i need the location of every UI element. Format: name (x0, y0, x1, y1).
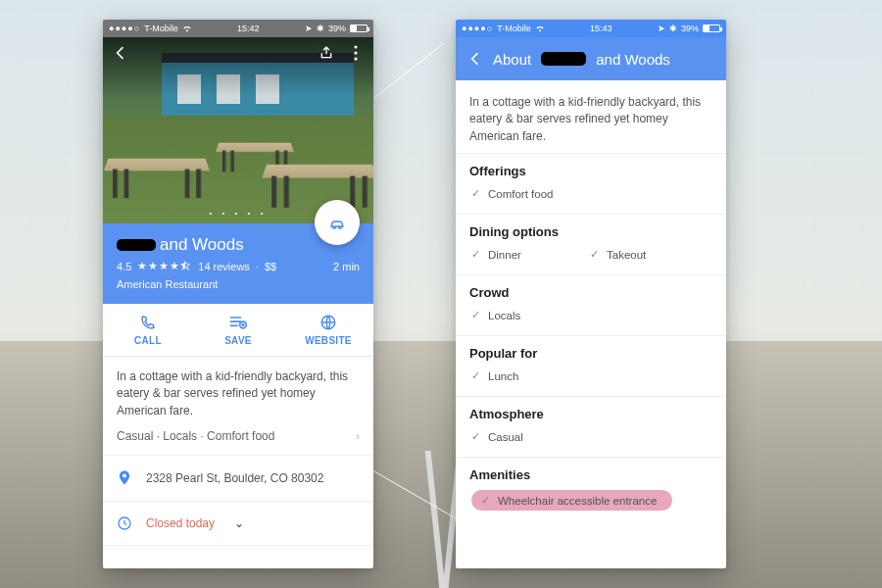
attr-group: Popular forLunch (456, 335, 726, 396)
chevron-right-icon: › (356, 429, 360, 443)
hours-status: Closed today (146, 516, 215, 530)
actions-row: CALL SAVE WEBSITE (103, 304, 373, 357)
compass-icon: ➤ (305, 24, 313, 33)
description-section[interactable]: In a cottage with a kid-friendly backyar… (103, 357, 373, 456)
battery-icon (703, 24, 720, 32)
compass-icon: ➤ (658, 24, 665, 33)
address-row[interactable]: 2328 Pearl St, Boulder, CO 80302 (103, 456, 373, 502)
reviews-count[interactable]: 14 reviews (198, 261, 250, 272)
svg-point-5 (122, 474, 126, 478)
save-button[interactable]: SAVE (193, 304, 283, 356)
back-icon[interactable] (467, 51, 483, 67)
carrier-label: T-Mobile (497, 24, 531, 33)
svg-point-2 (354, 57, 357, 60)
clock-label: 15:43 (590, 24, 612, 33)
globe-icon (319, 314, 337, 331)
attr-group: CrowdLocals (456, 274, 726, 335)
svg-point-0 (354, 45, 357, 48)
price-level: $$ (265, 261, 276, 272)
attr-group-title: Atmosphere (469, 407, 712, 421)
category-label: American Restaurant (117, 278, 360, 290)
pin-icon (117, 469, 132, 487)
bluetooth-icon: ✱ (317, 24, 324, 33)
attr-item: Comfort food (471, 187, 588, 200)
address-text: 2328 Pearl St, Boulder, CO 80302 (146, 471, 323, 485)
attr-item: Casual (471, 430, 588, 443)
signal-dots-icon: ●●●●○ (109, 24, 140, 33)
about-description: In a cottage with a kid-friendly backyar… (456, 80, 726, 153)
about-header: About and Woods (456, 37, 726, 80)
carrier-label: T-Mobile (144, 24, 178, 33)
attr-group-title: Offerings (469, 164, 712, 178)
back-icon[interactable] (113, 45, 128, 61)
connector-line (373, 42, 445, 98)
about-suffix: and Woods (596, 51, 670, 68)
phone-about-page: ●●●●○ T-Mobile 15:43 ➤ ✱ 39% About and W… (456, 20, 726, 568)
attr-group-title: Crowd (469, 285, 712, 300)
call-button[interactable]: CALL (103, 304, 193, 356)
svg-point-1 (354, 51, 357, 54)
hours-row[interactable]: Closed today ⌄ (103, 502, 373, 546)
about-prefix: About (493, 51, 531, 68)
attr-item: Lunch (471, 369, 588, 382)
status-bar: ●●●●○ T-Mobile 15:43 ➤ ✱ 39% (456, 20, 726, 37)
directions-fab[interactable] (315, 200, 360, 245)
call-label: CALL (134, 335, 162, 346)
save-label: SAVE (224, 335, 252, 346)
attr-group: Dining optionsDinnerTakeout (456, 214, 726, 274)
attr-group-title: Popular for (469, 346, 712, 361)
signal-dots-icon: ●●●●○ (462, 24, 493, 33)
redacted-name (117, 239, 156, 251)
chevron-down-icon: ⌄ (234, 516, 244, 530)
clock-label: 15:42 (237, 24, 260, 33)
battery-pct: 39% (328, 24, 346, 33)
wifi-icon (182, 24, 192, 32)
hero-photo[interactable]: • • • • • (103, 37, 373, 223)
place-summary-card: and Woods 4.5 ★★★★⯪ 14 reviews · $$ 2 mi… (103, 223, 373, 304)
bluetooth-icon: ✱ (669, 24, 677, 33)
attr-group-title: Dining options (469, 224, 712, 239)
status-bar: ●●●●○ T-Mobile 15:42 ➤ ✱ 39% (103, 20, 373, 37)
place-name-suffix: and Woods (160, 235, 244, 255)
attr-group: OfferingsComfort food (456, 153, 726, 214)
overflow-icon[interactable] (348, 45, 364, 61)
attr-group: AtmosphereCasual (456, 396, 726, 457)
redacted-name (541, 52, 586, 66)
rating-value: 4.5 (117, 261, 131, 272)
battery-icon (350, 24, 368, 32)
save-list-icon (228, 314, 248, 331)
phone-icon (139, 314, 157, 331)
eta-label: 2 min (333, 261, 360, 272)
phone-place-detail: ●●●●○ T-Mobile 15:42 ➤ ✱ 39% (103, 20, 373, 568)
place-tags: Casual · Locals · Comfort food (117, 429, 274, 443)
battery-pct: 39% (681, 24, 699, 33)
attr-item: Locals (471, 309, 588, 321)
website-button[interactable]: WEBSITE (283, 304, 373, 356)
share-icon[interactable] (318, 45, 334, 61)
attr-item: Wheelchair accessible entrance (471, 490, 672, 511)
attr-item: Dinner (471, 248, 588, 261)
about-body[interactable]: In a cottage with a kid-friendly backyar… (456, 80, 726, 524)
clock-icon (117, 515, 132, 531)
wifi-icon (535, 24, 545, 32)
rating-stars-icon: ★★★★⯪ (137, 260, 192, 272)
website-label: WEBSITE (305, 335, 352, 346)
attr-group: AmenitiesWheelchair accessible entrance (456, 457, 726, 524)
attr-item: Takeout (590, 248, 707, 261)
attr-group-title: Amenities (469, 467, 712, 482)
place-description: In a cottage with a kid-friendly backyar… (117, 368, 360, 419)
dot-sep: · (256, 261, 259, 272)
